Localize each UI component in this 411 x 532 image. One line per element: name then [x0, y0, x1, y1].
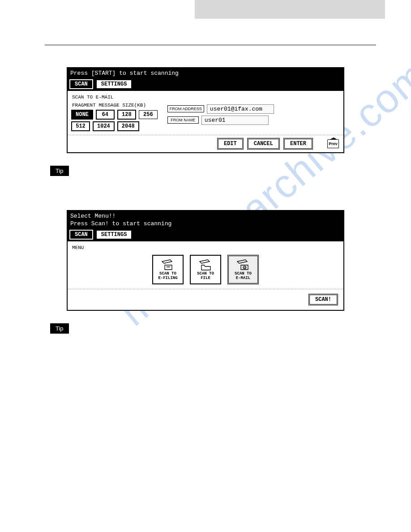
enter-button[interactable]: ENTER — [283, 138, 313, 150]
scan-button[interactable]: SCAN! — [308, 294, 338, 305]
panel2-header-line1: Select Menu!! — [70, 213, 341, 220]
email-l1: SCAN TO — [235, 271, 252, 276]
size-256-button[interactable]: 256 — [139, 110, 158, 119]
prev-icon[interactable]: Prev — [327, 139, 339, 148]
scanner-at-icon: @ — [235, 259, 251, 270]
file-l1: SCAN TO — [197, 271, 214, 276]
svg-text:@: @ — [244, 266, 247, 269]
menu-label: MENU — [72, 245, 340, 250]
panel1-footer: EDIT CANCEL ENTER Prev — [68, 135, 343, 152]
from-name-label: FROM NAME — [167, 116, 199, 124]
size-128-button[interactable]: 128 — [117, 110, 136, 120]
size-64-button[interactable]: 64 — [96, 110, 115, 120]
scan-menu-panel: Select Menu!! Press Scan! to start scann… — [67, 210, 344, 311]
from-name-value: user01 — [201, 116, 269, 125]
tab-scan-2[interactable]: SCAN — [69, 230, 93, 240]
from-address-label: FROM ADDRESS — [167, 105, 204, 112]
panel2-tabs: SCAN SETTINGS — [68, 230, 343, 241]
tab-settings[interactable]: SETTINGS — [96, 79, 133, 89]
efiling-l2: E-FILING — [158, 276, 177, 280]
file-l2: FILE — [201, 276, 210, 280]
scan-email-panel: Press [START] to start scanning SCAN SET… — [67, 67, 344, 153]
panel2-footer: SCAN! — [68, 289, 343, 310]
scan-to-email-button[interactable]: @ SCAN TO E-MAIL — [227, 255, 259, 284]
from-address-value: user01@ifax.com — [207, 104, 274, 114]
scanner-box-icon — [160, 259, 176, 270]
fragment-size-label: FRAGMENT MESSAGE SIZE(KB) — [72, 103, 158, 108]
tip-badge-2: Tip — [50, 323, 69, 334]
tab-scan[interactable]: SCAN — [69, 79, 93, 89]
tab-settings-2[interactable]: SETTINGS — [96, 230, 133, 240]
size-512-button[interactable]: 512 — [71, 121, 90, 131]
size-none-button[interactable]: NONE — [71, 110, 93, 120]
size-2048-button[interactable]: 2048 — [117, 121, 139, 131]
tip-badge-1: Tip — [50, 166, 69, 176]
cancel-button[interactable]: CANCEL — [247, 138, 280, 150]
edit-button[interactable]: EDIT — [217, 138, 244, 150]
scan-to-email-label: SCAN TO E-MAIL — [72, 94, 340, 100]
efiling-l1: SCAN TO — [159, 271, 176, 276]
header-gray-block — [195, 0, 385, 19]
scanner-folder-icon — [198, 259, 213, 270]
panel2-header-line2: Press Scan! to start scanning — [70, 220, 341, 228]
panel1-tabs: SCAN SETTINGS — [68, 79, 343, 91]
header-rule — [45, 45, 376, 45]
scan-to-efiling-button[interactable]: SCAN TO E-FILING — [152, 255, 184, 284]
scan-to-file-button[interactable]: SCAN TO FILE — [190, 255, 221, 284]
panel1-header: Press [START] to start scanning — [68, 68, 343, 79]
email-l2: E-MAIL — [236, 276, 250, 280]
panel2-header: Select Menu!! Press Scan! to start scann… — [68, 211, 343, 230]
size-1024-button[interactable]: 1024 — [93, 121, 115, 131]
